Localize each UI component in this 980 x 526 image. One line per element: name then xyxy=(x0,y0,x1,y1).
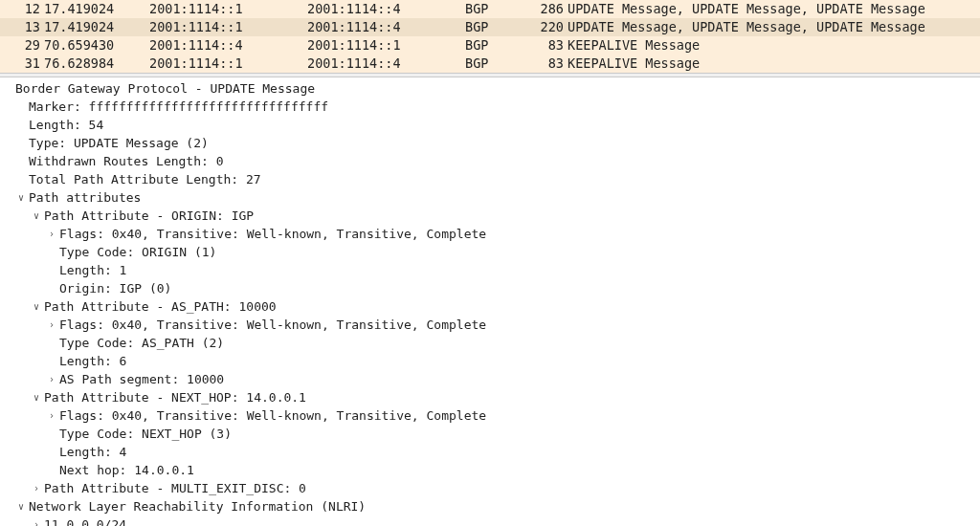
detail-text: Type Code: ORIGIN (1) xyxy=(57,243,216,261)
tree-toggle-collapsed-icon[interactable]: › xyxy=(31,479,42,497)
detail-text: Path attributes xyxy=(27,188,141,207)
packet-col-info: KEEPALIVE Message xyxy=(568,36,976,55)
packet-col-info: UPDATE Message, UPDATE Message, UPDATE M… xyxy=(568,18,976,36)
detail-text: Origin: IGP (0) xyxy=(57,279,171,297)
detail-row[interactable]: Type: UPDATE Message (2) xyxy=(2,134,980,152)
packet-col-source: 2001:1114::1 xyxy=(149,55,307,73)
detail-text: Type: UPDATE Message (2) xyxy=(27,134,209,152)
packet-row[interactable]: 1217.4190242001:1114::12001:1114::4BGP28… xyxy=(0,0,980,18)
tree-toggle-expanded-icon[interactable]: ∨ xyxy=(31,388,42,406)
detail-text: Marker: ffffffffffffffffffffffffffffffff xyxy=(27,98,328,116)
packet-col-source: 2001:1114::1 xyxy=(149,18,307,36)
detail-text: Flags: 0x40, Transitive: Well-known, Tra… xyxy=(57,316,486,334)
detail-text: 11.0.0.0/24 xyxy=(42,515,126,526)
detail-text: Length: 6 xyxy=(57,352,126,370)
detail-row[interactable]: Border Gateway Protocol - UPDATE Message xyxy=(2,79,980,98)
detail-row[interactable]: Next hop: 14.0.0.1 xyxy=(2,461,980,479)
tree-toggle-expanded-icon[interactable]: ∨ xyxy=(31,207,42,225)
detail-row[interactable]: ›11.0.0.0/24 xyxy=(2,515,980,526)
packet-row[interactable]: 3176.6289842001:1114::12001:1114::4BGP83… xyxy=(0,55,980,73)
tree-toggle-collapsed-icon[interactable]: › xyxy=(46,316,57,334)
detail-text: Flags: 0x40, Transitive: Well-known, Tra… xyxy=(57,406,486,425)
tree-toggle-expanded-icon[interactable]: ∨ xyxy=(15,188,27,207)
packet-details-pane[interactable]: Border Gateway Protocol - UPDATE Message… xyxy=(0,77,980,526)
detail-text: Type Code: NEXT_HOP (3) xyxy=(57,425,232,443)
detail-text: Total Path Attribute Length: 27 xyxy=(27,170,261,188)
detail-row[interactable]: ∨Network Layer Reachability Information … xyxy=(2,497,980,515)
packet-list[interactable]: 1217.4190242001:1114::12001:1114::4BGP28… xyxy=(0,0,980,73)
detail-row[interactable]: ›Flags: 0x40, Transitive: Well-known, Tr… xyxy=(2,316,980,334)
packet-col-protocol: BGP xyxy=(465,18,532,36)
detail-row[interactable]: Type Code: ORIGIN (1) xyxy=(2,243,980,261)
detail-row[interactable]: ∨Path attributes xyxy=(2,188,980,207)
tree-toggle-collapsed-icon[interactable]: › xyxy=(31,515,42,526)
detail-row[interactable]: Length: 54 xyxy=(2,116,980,134)
tree-toggle-expanded-icon[interactable]: ∨ xyxy=(15,497,27,515)
detail-row[interactable]: Origin: IGP (0) xyxy=(2,279,980,297)
detail-row[interactable]: Marker: ffffffffffffffffffffffffffffffff xyxy=(2,98,980,116)
detail-text: Network Layer Reachability Information (… xyxy=(27,497,366,515)
detail-text: Length: 4 xyxy=(57,443,126,461)
detail-row[interactable]: Length: 6 xyxy=(2,352,980,370)
detail-text: Flags: 0x40, Transitive: Well-known, Tra… xyxy=(57,225,486,243)
packet-col-length: 220 xyxy=(532,18,568,36)
packet-col-time: 17.419024 xyxy=(44,18,149,36)
detail-row[interactable]: ›Flags: 0x40, Transitive: Well-known, Tr… xyxy=(2,225,980,243)
detail-text: Path Attribute - ORIGIN: IGP xyxy=(42,207,254,225)
packet-col-info: KEEPALIVE Message xyxy=(568,55,976,73)
packet-col-no: 12 xyxy=(19,0,44,18)
packet-col-info: UPDATE Message, UPDATE Message, UPDATE M… xyxy=(568,0,976,18)
packet-col-destination: 2001:1114::4 xyxy=(307,0,465,18)
detail-row[interactable]: ∨Path Attribute - NEXT_HOP: 14.0.0.1 xyxy=(2,388,980,406)
packet-col-destination: 2001:1114::1 xyxy=(307,36,465,55)
packet-col-protocol: BGP xyxy=(465,0,532,18)
packet-col-destination: 2001:1114::4 xyxy=(307,18,465,36)
detail-row[interactable]: Type Code: AS_PATH (2) xyxy=(2,334,980,352)
detail-row[interactable]: ∨Path Attribute - ORIGIN: IGP xyxy=(2,207,980,225)
packet-col-length: 83 xyxy=(532,36,568,55)
tree-toggle-collapsed-icon[interactable]: › xyxy=(46,370,57,388)
packet-col-length: 286 xyxy=(532,0,568,18)
tree-toggle-collapsed-icon[interactable]: › xyxy=(46,406,57,425)
detail-row[interactable]: Type Code: NEXT_HOP (3) xyxy=(2,425,980,443)
packet-col-no: 29 xyxy=(19,36,44,55)
detail-text: Path Attribute - NEXT_HOP: 14.0.0.1 xyxy=(42,388,306,406)
packet-col-time: 17.419024 xyxy=(44,0,149,18)
packet-col-length: 83 xyxy=(532,55,568,73)
detail-row[interactable]: ›Path Attribute - MULTI_EXIT_DISC: 0 xyxy=(2,479,980,497)
detail-row[interactable]: Length: 1 xyxy=(2,261,980,279)
detail-text: Type Code: AS_PATH (2) xyxy=(57,334,224,352)
detail-row[interactable]: Total Path Attribute Length: 27 xyxy=(2,170,980,188)
packet-col-source: 2001:1114::1 xyxy=(149,0,307,18)
packet-col-time: 76.628984 xyxy=(44,55,149,73)
tree-toggle-expanded-icon[interactable]: ∨ xyxy=(31,297,42,316)
tree-toggle-collapsed-icon[interactable]: › xyxy=(46,225,57,243)
detail-row[interactable]: Length: 4 xyxy=(2,443,980,461)
packet-col-time: 70.659430 xyxy=(44,36,149,55)
detail-text: Path Attribute - MULTI_EXIT_DISC: 0 xyxy=(42,479,306,497)
detail-text: Length: 1 xyxy=(57,261,126,279)
packet-col-protocol: BGP xyxy=(465,36,532,55)
detail-text: Length: 54 xyxy=(27,116,103,134)
detail-text: Path Attribute - AS_PATH: 10000 xyxy=(42,297,277,316)
packet-col-source: 2001:1114::4 xyxy=(149,36,307,55)
detail-row[interactable]: ›AS Path segment: 10000 xyxy=(2,370,980,388)
packet-col-protocol: BGP xyxy=(465,55,532,73)
detail-text: Withdrawn Routes Length: 0 xyxy=(27,152,224,170)
detail-row[interactable]: Withdrawn Routes Length: 0 xyxy=(2,152,980,170)
packet-row[interactable]: 2970.6594302001:1114::42001:1114::1BGP83… xyxy=(0,36,980,55)
packet-row[interactable]: 1317.4190242001:1114::12001:1114::4BGP22… xyxy=(0,18,980,36)
packet-col-no: 13 xyxy=(19,18,44,36)
packet-col-no: 31 xyxy=(19,55,44,73)
detail-text: AS Path segment: 10000 xyxy=(57,370,224,388)
detail-text: Border Gateway Protocol - UPDATE Message xyxy=(13,79,315,98)
detail-row[interactable]: ∨Path Attribute - AS_PATH: 10000 xyxy=(2,297,980,316)
detail-row[interactable]: ›Flags: 0x40, Transitive: Well-known, Tr… xyxy=(2,406,980,425)
packet-col-destination: 2001:1114::4 xyxy=(307,55,465,73)
detail-text: Next hop: 14.0.0.1 xyxy=(57,461,194,479)
